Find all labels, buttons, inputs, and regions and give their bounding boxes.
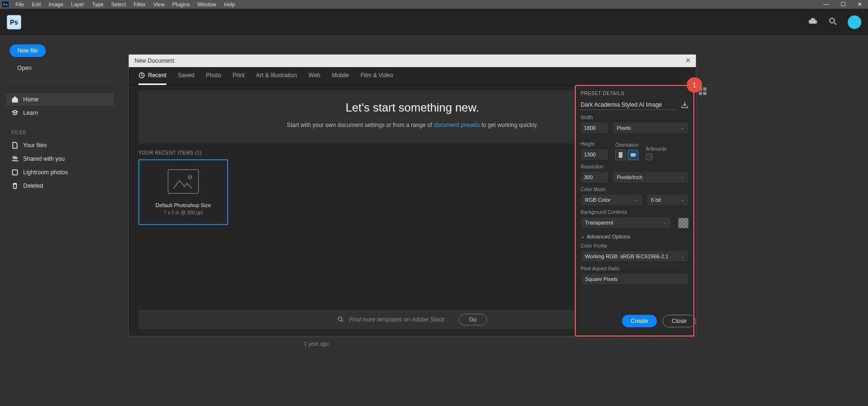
preset-card-name: Default Photoshop Size <box>156 202 211 208</box>
height-input[interactable] <box>581 149 609 160</box>
svg-point-7 <box>339 317 342 321</box>
lightroom-icon <box>12 169 18 176</box>
tab-mobile[interactable]: Mobile <box>332 67 349 85</box>
tab-web[interactable]: Web <box>309 67 320 85</box>
width-input[interactable] <box>581 122 609 134</box>
sidebar-item-label: Lightroom photos <box>23 169 68 176</box>
width-label: Width <box>581 115 689 120</box>
minimize-icon[interactable]: — <box>823 1 829 8</box>
annotation-badge: 1 <box>687 77 702 93</box>
window-close-icon[interactable]: ✕ <box>857 1 862 8</box>
create-button[interactable]: Create <box>622 315 657 327</box>
orientation-label: Orientation <box>615 142 639 148</box>
tab-film[interactable]: Film & Video <box>361 67 393 85</box>
files-header: FILES <box>12 130 114 135</box>
document-presets-link[interactable]: document presets <box>434 122 479 128</box>
color-mode-select[interactable]: RGB Color⌄ <box>581 194 643 206</box>
dialog-titlebar: New Document ✕ <box>129 55 696 67</box>
image-icon <box>172 173 195 190</box>
tab-label: Web <box>309 72 320 79</box>
clock-icon <box>138 72 145 79</box>
open-button[interactable]: Open <box>10 62 39 74</box>
svg-line-1 <box>834 23 836 25</box>
background-swatch[interactable] <box>678 218 689 228</box>
menu-file[interactable]: File <box>12 1 28 7</box>
background-select[interactable]: Transparent⌄ <box>581 217 671 228</box>
orientation-portrait[interactable] <box>615 150 626 160</box>
sidebar-item-label: Deleted <box>23 182 43 189</box>
tab-label: Mobile <box>332 72 349 79</box>
menu-filter[interactable]: Filter <box>130 1 149 7</box>
sidebar-item-label: Shared with you <box>23 155 65 162</box>
svg-rect-13 <box>619 152 623 158</box>
height-label: Height <box>581 141 609 147</box>
sidebar-item-deleted[interactable]: Deleted <box>7 180 114 192</box>
sidebar-item-your-files[interactable]: Your files <box>7 139 114 152</box>
sidebar-item-learn[interactable]: Learn <box>7 107 114 119</box>
sidebar-item-label: Your files <box>23 142 47 149</box>
width-unit-select[interactable]: Pixels⌄ <box>612 122 689 134</box>
sidebar-item-home[interactable]: Home <box>7 93 114 106</box>
svg-point-2 <box>13 156 15 158</box>
sidebar-item-label: Learn <box>23 110 38 116</box>
tab-label: Photo <box>206 72 221 79</box>
close-button[interactable]: Close <box>663 315 696 327</box>
resolution-input[interactable] <box>581 171 609 183</box>
resolution-unit-select[interactable]: Pixels/Inch⌄ <box>612 171 689 183</box>
tab-print[interactable]: Print <box>232 67 244 85</box>
search-icon[interactable] <box>828 17 837 27</box>
tab-saved[interactable]: Saved <box>178 67 194 85</box>
preset-tabs: Recent Saved Photo Print Art & Illustrat… <box>129 67 696 85</box>
menu-select[interactable]: Select <box>108 1 130 7</box>
menu-help[interactable]: Help <box>220 1 239 7</box>
menu-plugins[interactable]: Plugins <box>168 1 193 7</box>
svg-point-3 <box>15 157 17 159</box>
menu-window[interactable]: Window <box>193 1 220 7</box>
color-profile-select[interactable]: Working RGB: sRGB IEC61966-2.1⌄ <box>581 251 689 262</box>
menu-view[interactable]: View <box>149 1 169 7</box>
new-file-button[interactable]: New file <box>10 44 46 57</box>
preset-name-input[interactable] <box>581 100 677 110</box>
search-placeholder[interactable]: Find more templates on Adobe Stock <box>349 316 444 323</box>
menu-image[interactable]: Image <box>45 1 68 7</box>
menu-layer[interactable]: Layer <box>67 1 88 7</box>
window-controls: — ☐ ✕ <box>823 0 868 9</box>
go-button[interactable]: Go <box>459 314 487 325</box>
background-label: Background Contents <box>581 210 689 215</box>
pixel-aspect-select[interactable]: Square Pixels⌄ <box>581 273 689 285</box>
sidebar-item-lightroom[interactable]: Lightroom photos <box>7 166 114 179</box>
maximize-icon[interactable]: ☐ <box>841 1 846 8</box>
svg-line-8 <box>342 321 343 322</box>
avatar[interactable] <box>848 15 861 29</box>
ps-app-icon: Ps <box>7 15 21 29</box>
preset-details-header: PRESET DETAILS <box>581 91 689 96</box>
tab-recent[interactable]: Recent <box>138 67 166 85</box>
color-profile-label: Color Profile <box>581 243 689 249</box>
tab-photo[interactable]: Photo <box>206 67 221 85</box>
cloud-icon[interactable] <box>808 18 818 26</box>
close-icon[interactable]: ✕ <box>685 56 691 64</box>
bit-depth-select[interactable]: 8 bit⌄ <box>647 194 689 206</box>
svg-rect-12 <box>703 92 706 95</box>
timestamp-text: 1 year ago <box>304 341 329 347</box>
home-sidebar: New file Open Home Learn FILES Your file… <box>0 36 121 193</box>
tab-label: Recent <box>148 72 166 79</box>
recent-preset-card[interactable]: Default Photoshop Size 7 x 5 in @ 300 pp… <box>138 159 228 225</box>
menu-bar: Ps File Edit Image Layer Type Select Fil… <box>0 0 868 9</box>
tab-art[interactable]: Art & Illustration <box>256 67 297 85</box>
sidebar-item-shared[interactable]: Shared with you <box>7 153 114 165</box>
dialog-title-text: New Document <box>135 57 174 64</box>
save-preset-icon[interactable] <box>681 101 689 110</box>
app-header: Ps <box>0 9 868 36</box>
menu-edit[interactable]: Edit <box>28 1 45 7</box>
svg-rect-10 <box>703 87 706 91</box>
advanced-options-toggle[interactable]: ⌄Advanced Options <box>581 233 689 239</box>
pixel-aspect-label: Pixel Aspect Ratio <box>581 266 689 271</box>
menu-type[interactable]: Type <box>88 1 108 7</box>
svg-rect-4 <box>13 170 18 175</box>
trash-icon <box>12 182 18 189</box>
orientation-landscape[interactable] <box>628 150 638 160</box>
artboards-checkbox[interactable] <box>646 154 652 160</box>
preset-details-panel: 1 PRESET DETAILS Width Pixels⌄ Height Or… <box>575 85 694 336</box>
app-badge: Ps <box>2 1 9 7</box>
